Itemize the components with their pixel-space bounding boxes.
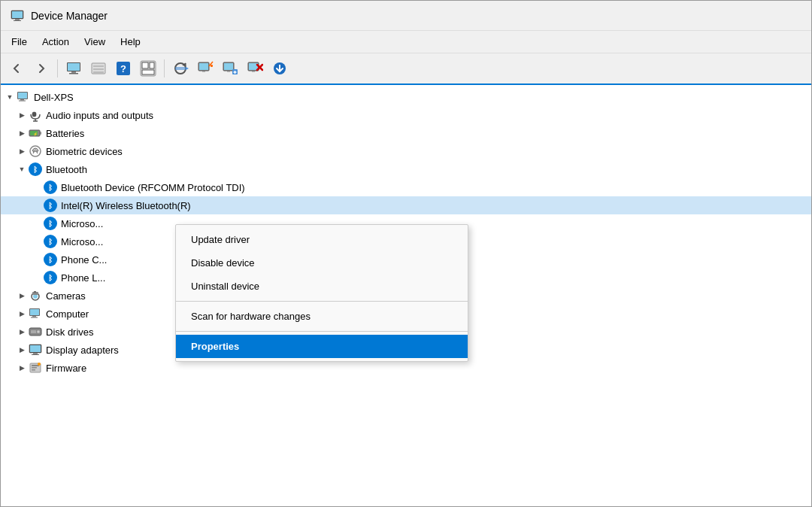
computer-label: Computer: [46, 308, 89, 320]
tree-item-bluetooth[interactable]: ᛒ Bluetooth: [1, 160, 811, 178]
forward-button[interactable]: [30, 57, 53, 80]
svg-rect-20: [175, 67, 186, 70]
ctx-properties[interactable]: Properties: [176, 335, 468, 358]
ctx-scan-hardware[interactable]: Scan for hardware changes: [176, 305, 468, 328]
battery-icon: ⚡: [28, 126, 43, 141]
tree-item-biometric[interactable]: Biometric devices: [1, 142, 811, 160]
svg-rect-42: [20, 99, 24, 101]
bt4-label: Microso...: [61, 236, 103, 247]
display-icon: [28, 342, 43, 357]
list-view-button[interactable]: [87, 57, 110, 80]
svg-rect-41: [18, 93, 27, 99]
computer-icon-2: [28, 306, 43, 321]
back-button[interactable]: [5, 57, 28, 80]
svg-rect-64: [30, 345, 41, 352]
uninstall-button[interactable]: [244, 57, 266, 80]
chevron-biometric: [16, 145, 28, 157]
tree-item-bt2[interactable]: ᛒ Intel(R) Wireless Bluetooth(R): [1, 196, 811, 214]
svg-rect-28: [224, 63, 233, 70]
bt1-icon: ᛒ: [43, 180, 58, 195]
help-button[interactable]: ?: [112, 57, 135, 80]
chevron-bluetooth: [16, 163, 28, 175]
tree-item-batteries[interactable]: ⚡ Batteries: [1, 124, 811, 142]
svg-rect-25: [211, 65, 213, 67]
chevron-root: [4, 91, 16, 103]
computer-view-button[interactable]: [62, 57, 85, 80]
monitor-button[interactable]: [194, 57, 217, 80]
menu-help[interactable]: Help: [113, 33, 148, 50]
chevron-audio: [16, 109, 28, 121]
device-manager-window: Device Manager File Action View Help: [0, 0, 812, 507]
title-bar: Device Manager: [1, 1, 811, 31]
svg-text:?: ?: [120, 63, 126, 74]
cameras-label: Cameras: [46, 290, 86, 302]
toolbar-sep-1: [57, 59, 58, 77]
svg-rect-35: [252, 71, 255, 72]
disk-icon: [28, 324, 43, 339]
svg-point-71: [38, 363, 41, 366]
title-bar-icon: [10, 8, 25, 23]
svg-rect-66: [32, 354, 39, 355]
displayadapters-label: Display adapters: [46, 345, 119, 356]
bt6-icon: ᛒ: [43, 270, 58, 285]
svg-rect-65: [33, 353, 38, 354]
svg-rect-62: [31, 330, 36, 333]
svg-rect-3: [14, 20, 21, 21]
toolbar: ?: [1, 53, 811, 85]
toolbar-sep-2: [164, 59, 165, 77]
svg-rect-69: [32, 367, 37, 369]
svg-rect-59: [31, 317, 38, 318]
bt6-label: Phone L...: [61, 272, 105, 284]
audio-label: Audio inputs and outputs: [46, 110, 153, 121]
svg-rect-15: [142, 62, 148, 68]
ctx-separator-2: [176, 331, 468, 332]
biometric-label: Biometric devices: [46, 146, 123, 157]
svg-rect-1: [12, 11, 23, 18]
tree-item-bt1[interactable]: ᛒ Bluetooth Device (RFCOMM Protocol TDI): [1, 178, 811, 196]
chevron-batteries: [16, 127, 28, 139]
tree-item-audio[interactable]: Audio inputs and outputs: [1, 106, 811, 124]
svg-rect-57: [30, 309, 39, 315]
ctx-update-driver[interactable]: Update driver: [176, 228, 468, 251]
biometric-icon: [28, 144, 43, 159]
svg-rect-16: [150, 62, 154, 68]
svg-rect-7: [69, 73, 78, 74]
svg-text:⚡: ⚡: [33, 132, 38, 137]
firmware-icon: [28, 360, 43, 375]
download-button[interactable]: [268, 57, 291, 80]
chevron-computer: [16, 308, 28, 320]
menu-file[interactable]: File: [4, 33, 35, 50]
svg-marker-21: [186, 67, 189, 70]
svg-rect-44: [32, 112, 36, 117]
bt1-label: Bluetooth Device (RFCOMM Protocol TDI): [61, 182, 245, 193]
refresh-button[interactable]: [169, 57, 192, 80]
svg-rect-29: [227, 71, 230, 72]
bt2-icon: ᛒ: [43, 198, 58, 213]
svg-rect-58: [32, 316, 36, 317]
batteries-label: Batteries: [46, 128, 84, 139]
add-driver-button[interactable]: [219, 57, 241, 80]
bluetooth-icon: ᛒ: [28, 162, 43, 177]
svg-rect-43: [19, 101, 26, 102]
firmware-label: Firmware: [46, 363, 86, 374]
search-button[interactable]: [137, 57, 159, 80]
bt2-label: Intel(R) Wireless Bluetooth(R): [61, 200, 191, 211]
ctx-uninstall-device[interactable]: Uninstall device: [176, 275, 468, 298]
window-title: Device Manager: [31, 10, 108, 22]
ctx-disable-device[interactable]: Disable device: [176, 251, 468, 275]
chevron-firmware: [16, 362, 28, 374]
svg-rect-23: [199, 63, 208, 70]
svg-rect-70: [32, 369, 35, 371]
svg-rect-5: [68, 63, 80, 71]
svg-rect-49: [40, 132, 41, 135]
tree-item-root[interactable]: Dell-XPS: [1, 88, 811, 106]
menu-bar: File Action View Help: [1, 31, 811, 53]
menu-action[interactable]: Action: [35, 33, 77, 50]
menu-view[interactable]: View: [77, 33, 113, 50]
svg-rect-24: [202, 71, 205, 72]
audio-icon: [28, 108, 43, 123]
bt3-label: Microso...: [61, 218, 103, 229]
chevron-cameras: [16, 290, 28, 302]
chevron-diskdrives: [16, 326, 28, 338]
bluetooth-label: Bluetooth: [46, 164, 87, 175]
